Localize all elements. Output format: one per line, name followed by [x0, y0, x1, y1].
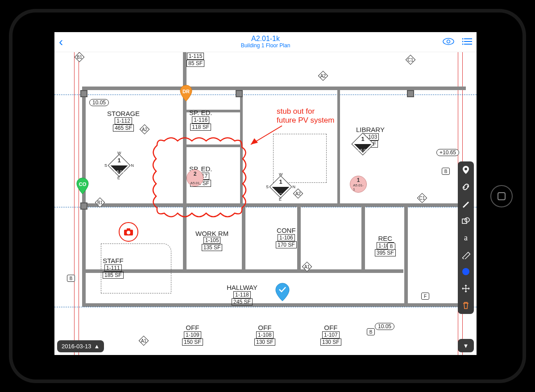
wall	[361, 203, 365, 273]
cloud-markup[interactable]	[148, 136, 251, 219]
room-id: 1-109	[184, 331, 201, 338]
grid-ref: A2	[293, 189, 303, 199]
room-label: STORAGE 1-112 465 SF	[107, 110, 140, 132]
elevation-marker: 10.05	[89, 99, 109, 106]
room-sf: 130 SF	[320, 338, 341, 346]
room-name: SP. ED.	[189, 109, 212, 116]
markup-toolbar: a	[458, 161, 474, 314]
room-label: OFF 1-109 150 SF	[182, 324, 203, 346]
section-marker: 1-- W E S N	[270, 177, 291, 197]
ipad-home-button[interactable]	[490, 185, 513, 207]
grid-ref: A2	[318, 71, 328, 81]
room-id: 1-118	[233, 291, 251, 298]
tool-color[interactable]	[461, 267, 471, 276]
room-name: HALLWAY	[227, 284, 257, 291]
room-label: SP. ED. 1-116 118 SF	[189, 109, 212, 131]
room-id: 1-107	[322, 331, 340, 338]
room-name: STAFF	[103, 257, 124, 264]
elevation-marker: 10.05	[375, 323, 394, 330]
svg-marker-9	[251, 138, 258, 144]
room-sf: 118 SF	[190, 124, 211, 131]
markup-dot[interactable]: 1 A5.01-1	[350, 176, 367, 193]
grid-ref-hex: B	[67, 275, 75, 282]
room-sf: 185 SF	[103, 272, 124, 279]
tool-move[interactable]	[461, 284, 471, 293]
room-id: 1-106	[278, 234, 295, 241]
room-sf: 85 SF	[187, 60, 204, 67]
room-name: WORK RM	[195, 230, 228, 237]
wall	[337, 87, 340, 205]
tool-text[interactable]: a	[461, 233, 471, 243]
pin-blue[interactable]	[275, 283, 288, 300]
svg-rect-11	[127, 228, 130, 231]
tool-pin[interactable]	[461, 165, 471, 175]
grid-ref: A2	[140, 124, 150, 135]
room-sf: 170 SF	[276, 241, 297, 248]
room-id: 1-108	[256, 331, 274, 338]
svg-rect-14	[462, 219, 467, 223]
svg-point-1	[447, 40, 450, 43]
grid-ref-hex: F	[421, 293, 429, 300]
room-label: OFF 1-108 130 SF	[254, 324, 275, 346]
room-label: OFF 1-107 130 SF	[320, 324, 341, 346]
room-name: OFF	[254, 324, 275, 331]
tool-link[interactable]	[461, 182, 471, 192]
back-button[interactable]: ‹	[59, 36, 63, 48]
room-sf: 135 SF	[202, 244, 223, 251]
chevron-up-icon: ▲	[94, 343, 100, 350]
room-name: REC	[375, 235, 396, 242]
pin-green[interactable]: CO	[76, 177, 89, 194]
elevation-marker: +10.65	[436, 149, 459, 156]
room-id: 1-116	[192, 116, 209, 124]
room-id: 1-111	[104, 264, 122, 272]
tool-shape[interactable]	[461, 216, 471, 226]
tool-measure[interactable]	[461, 250, 471, 260]
grid-ref: C1	[417, 193, 427, 203]
svg-point-5	[462, 38, 464, 40]
svg-point-13	[464, 168, 467, 170]
pin-orange[interactable]: DR	[179, 85, 193, 102]
wall	[297, 203, 301, 273]
tool-delete[interactable]	[461, 301, 471, 310]
layers-icon[interactable]	[443, 37, 454, 45]
gridline-blue	[54, 207, 477, 207]
annotation-text[interactable]: stub out for future PV system	[277, 107, 334, 125]
room-label: HALLWAY 1-118 245 SF	[227, 284, 257, 305]
camera-marker[interactable]	[119, 222, 138, 242]
room-label: 1-115 85 SF	[187, 53, 204, 67]
top-bar: ‹ A2.01-1k Building 1 Floor Plan	[54, 32, 477, 52]
room-label: WORK RM 1-105 135 SF	[195, 230, 228, 251]
room-sf: 150 SF	[182, 338, 203, 346]
room-name: OFF	[182, 324, 203, 331]
list-icon[interactable]	[462, 38, 472, 45]
column	[236, 90, 243, 97]
svg-rect-16	[463, 252, 470, 259]
date-selector[interactable]: 2016-03-13 ▲	[57, 340, 104, 352]
floorplan-canvas[interactable]: 1-115 85 SF STORAGE 1-112 465 SF SP. ED.…	[54, 52, 477, 355]
svg-point-7	[462, 44, 464, 45]
room-id: 1-105	[203, 237, 221, 244]
room-label: STAFF 1-111 185 SF	[103, 257, 124, 279]
room-name: CONF	[276, 227, 297, 234]
wall	[82, 303, 466, 307]
annotation-arrow	[245, 123, 285, 150]
toolbar-expand[interactable]: ▼	[458, 339, 474, 352]
room-sf: 465 SF	[113, 124, 134, 132]
room-id: 1-112	[115, 117, 132, 124]
room-name: STORAGE	[107, 110, 140, 117]
grid-ref-hex: B	[442, 168, 450, 175]
section-marker: 1A6.04 W E S N	[109, 155, 129, 176]
page-title: A2.01-1k Building 1 Floor Plan	[241, 35, 290, 49]
wall	[82, 203, 466, 207]
app-screen: ‹ A2.01-1k Building 1 Floor Plan	[54, 32, 477, 355]
column	[407, 90, 414, 97]
tool-draw[interactable]	[461, 199, 471, 209]
room-sf: 130 SF	[254, 338, 275, 346]
svg-point-6	[462, 41, 464, 42]
column	[80, 90, 87, 97]
wall	[404, 203, 408, 306]
room-sf: 245 SF	[232, 298, 253, 305]
room-label: CONF 1-106 170 SF	[276, 227, 297, 248]
title-line1: A2.01-1k	[241, 35, 290, 43]
gridline-red	[74, 52, 75, 355]
